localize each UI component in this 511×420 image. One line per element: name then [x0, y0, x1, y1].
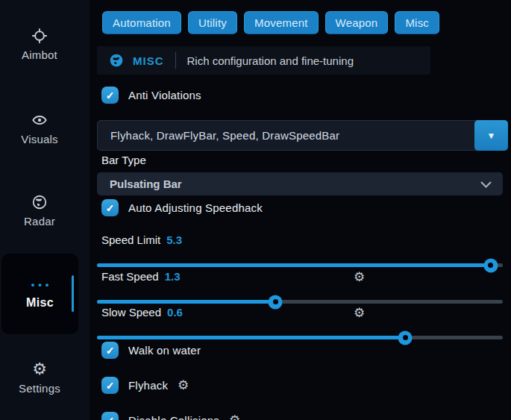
slider-fill — [97, 263, 491, 267]
sidebar-item-misc[interactable]: ••• Misc — [1, 254, 78, 334]
divider — [175, 52, 176, 69]
sidebar-item-aimbot[interactable]: Aimbot — [0, 27, 79, 61]
checkbox-label: Walk on water — [128, 344, 201, 357]
multiselect-value: Flyhack, DrawFlyBar, Speed, DrawSpeedBar — [98, 129, 339, 142]
slider-head: Speed Limit 5.3 — [97, 233, 503, 246]
check-icon: ✓ — [106, 416, 115, 420]
speed-limit-slider[interactable] — [97, 263, 503, 267]
tab-utility[interactable]: Utility — [188, 11, 237, 34]
checkbox-row-disable-collisions: ✓ Disable Collisions ⚙ — [101, 412, 240, 420]
tab-automation[interactable]: Automation — [102, 11, 181, 34]
slider-value: 1.3 — [165, 270, 181, 283]
ellipsis-icon: ••• — [31, 279, 53, 290]
slider-row-slow-speed: Slow Speed 0.6 ⚙ — [97, 306, 503, 339]
sidebar-item-label: Settings — [19, 382, 60, 395]
eye-icon — [31, 111, 48, 129]
checkbox-label: Flyhack — [128, 379, 168, 392]
section-subtitle: Rich configuration and fine-tuning — [187, 54, 354, 67]
check-icon: ✓ — [106, 90, 115, 101]
bars-multiselect[interactable]: Flyhack, DrawFlyBar, Speed, DrawSpeedBar… — [97, 120, 508, 151]
tab-weapon[interactable]: Weapon — [325, 11, 389, 34]
tab-bar: Automation Utility Movement Weapon Misc — [102, 11, 439, 34]
sidebar: Aimbot Visuals Radar ••• — [0, 0, 90, 420]
triangle-down-icon: ▼ — [487, 131, 496, 141]
gear-icon: ⚙ — [32, 360, 47, 378]
checkbox-label: Auto Adjusting Speedhack — [128, 201, 263, 214]
tab-misc[interactable]: Misc — [395, 11, 439, 34]
slider-row-speed-limit: Speed Limit 5.3 — [97, 233, 503, 267]
bar-type-label: Bar Type — [101, 154, 146, 166]
checkbox-row-walk-on-water: ✓ Walk on water — [101, 342, 201, 359]
crosshair-icon — [31, 27, 48, 45]
walk-on-water-checkbox[interactable]: ✓ — [101, 342, 119, 359]
check-icon: ✓ — [106, 345, 115, 356]
slider-fill — [97, 336, 405, 339]
select-value: Pulsating Bar — [97, 178, 182, 190]
globe-icon — [31, 193, 48, 211]
app-window: Aimbot Visuals Radar ••• — [0, 0, 511, 420]
checkbox-label: Anti Violations — [128, 89, 201, 101]
checkbox-row-auto-adjusting-speedhack: ✓ Auto Adjusting Speedhack — [101, 199, 263, 216]
flyhack-checkbox[interactable]: ✓ — [101, 377, 119, 394]
gear-icon[interactable]: ⚙ — [354, 305, 365, 321]
slow-speed-slider[interactable] — [97, 336, 503, 339]
section-header: MISC Rich configuration and fine-tuning — [97, 46, 430, 75]
bar-type-select[interactable]: Pulsating Bar — [97, 172, 503, 195]
slider-row-fast-speed: Fast Speed 1.3 ⚙ — [97, 270, 503, 304]
sidebar-item-settings[interactable]: ⚙ Settings — [0, 360, 79, 395]
checkbox-row-flyhack: ✓ Flyhack ⚙ — [101, 377, 189, 394]
gear-icon[interactable]: ⚙ — [178, 377, 189, 393]
globe-icon — [109, 53, 124, 68]
slider-label: Speed Limit — [101, 233, 160, 246]
sidebar-item-visuals[interactable]: Visuals — [0, 111, 79, 145]
auto-adjusting-speedhack-checkbox[interactable]: ✓ — [101, 199, 119, 216]
check-icon: ✓ — [106, 203, 115, 213]
sidebar-item-label: Aimbot — [22, 48, 57, 61]
slider-label: Fast Speed — [101, 270, 159, 283]
check-icon: ✓ — [106, 380, 115, 391]
gear-icon[interactable]: ⚙ — [354, 269, 365, 285]
slider-value: 5.3 — [166, 233, 182, 246]
sidebar-item-radar[interactable]: Radar — [0, 193, 79, 228]
gear-icon[interactable]: ⚙ — [229, 413, 240, 420]
sidebar-item-label: Visuals — [21, 133, 57, 145]
active-indicator — [72, 275, 74, 312]
disable-collisions-checkbox[interactable]: ✓ — [101, 412, 119, 420]
fast-speed-slider[interactable] — [97, 300, 503, 304]
checkbox-label: Disable Collisions — [128, 414, 219, 420]
chevron-down-icon — [480, 181, 492, 188]
sidebar-item-label: Radar — [24, 215, 55, 228]
anti-violations-checkbox[interactable]: ✓ — [101, 87, 119, 104]
slider-value: 0.6 — [167, 306, 183, 319]
section-title: MISC — [133, 54, 164, 67]
slider-fill — [97, 300, 275, 304]
sidebar-item-label: Misc — [26, 296, 54, 310]
slider-head: Slow Speed 0.6 — [97, 306, 503, 319]
tab-movement[interactable]: Movement — [244, 11, 319, 34]
dropdown-open-button[interactable]: ▼ — [474, 120, 508, 151]
slider-head: Fast Speed 1.3 — [97, 270, 503, 283]
checkbox-row-anti-violations: ✓ Anti Violations — [101, 87, 201, 104]
slider-label: Slow Speed — [101, 306, 161, 319]
slider-handle[interactable] — [398, 330, 413, 345]
